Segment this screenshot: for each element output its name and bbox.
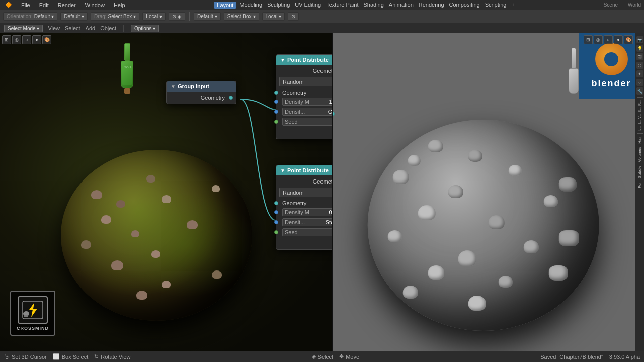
set-3d-cursor-label: Set 3D Cursor: [12, 354, 47, 360]
blender-menu[interactable]: 🔶: [3, 2, 14, 8]
node-2-densit-value: Stones: [326, 219, 332, 225]
orientation-selector[interactable]: Orientation: Default ▾: [3, 12, 57, 21]
default-selector[interactable]: Default ▾: [60, 12, 88, 21]
workspace-shading[interactable]: Shading: [361, 2, 385, 9]
tool-modifier[interactable]: 🔧: [636, 87, 643, 95]
chevron-icon-7: ▾: [279, 14, 281, 19]
help-menu[interactable]: Help: [112, 2, 127, 8]
node-1-densit-field[interactable]: Densit... Grass: [282, 108, 332, 116]
workspace-scripting[interactable]: Scripting: [483, 2, 509, 9]
workspace-compositing[interactable]: Compositing: [447, 2, 482, 9]
node-1-density-field[interactable]: Density M 1.700: [282, 98, 332, 106]
chevron-icon-5: ▾: [215, 14, 217, 19]
skull-sphere-left: [61, 150, 252, 321]
drag-value: Select Box: [108, 14, 132, 19]
point-distribute-node-1[interactable]: ▼ Point Distribute Geometry Random ▾ Geo…: [276, 54, 332, 139]
viewport-ctrl-overlay[interactable]: ◎: [594, 35, 603, 44]
node-2-density-field[interactable]: Density M 0.300: [282, 208, 332, 216]
viewport-ctrl-left-shading[interactable]: ○: [22, 35, 31, 44]
point-distribute-node-2[interactable]: ▼ Point Distribute Geometry Random ▾ Geo…: [276, 165, 332, 250]
saved-label: Saved "Chapter7B.blend": [540, 354, 603, 360]
viewport-ctrl-shading[interactable]: ○: [604, 35, 613, 44]
drag-selector-2[interactable]: Select Box ▾: [224, 12, 259, 21]
node-1-density-socket: [274, 100, 278, 104]
tool-particle[interactable]: ✦: [636, 70, 643, 77]
viewport-ctrl-left-rendered[interactable]: 🎨: [42, 35, 51, 44]
node-1-seed-field[interactable]: Seed 0: [282, 118, 332, 126]
snap-tools[interactable]: ⊙ ◈: [169, 12, 185, 21]
view-menu[interactable]: View: [48, 25, 60, 31]
node-2-geometry-input: Geometry: [276, 199, 332, 207]
snap-tools-2[interactable]: ⊙: [288, 12, 299, 21]
viewport-ctrl-left-material[interactable]: ●: [32, 35, 41, 44]
node-1-densit-label: Densit...: [285, 109, 305, 115]
node-1-arrow: ▼: [280, 57, 285, 63]
prop-i[interactable]: I...: [638, 120, 641, 124]
workspace-rendering[interactable]: Rendering: [417, 2, 446, 9]
move-label: Move: [346, 354, 359, 360]
node-2-body: Geometry Random ▾ Geometry Density M: [276, 175, 332, 249]
node-1-seed-label: Seed: [285, 119, 298, 125]
node-2-densit-field[interactable]: Densit... Stones: [282, 218, 332, 226]
node-2-geometry-label: Geometry: [280, 200, 332, 206]
node-1-title: Point Distribute: [287, 57, 332, 63]
orientation-selector-2[interactable]: Default ▾: [194, 12, 221, 21]
node-1-spacer: [276, 127, 332, 137]
blender-logo-icon: [595, 43, 628, 75]
workspace-add[interactable]: +: [509, 2, 516, 9]
mouse-icon: 🖱: [4, 354, 10, 360]
workspace-texture[interactable]: Texture Paint: [324, 2, 360, 9]
workspace-modeling[interactable]: Modeling: [237, 2, 264, 9]
node-2-mode-select[interactable]: Random ▾: [279, 188, 332, 197]
options-dropdown[interactable]: Options ▾: [131, 25, 159, 32]
edit-menu[interactable]: Edit: [37, 2, 51, 8]
node-1-mode-select[interactable]: Random ▾: [279, 77, 332, 86]
point-distribute-2-header: ▼ Point Distribute: [276, 165, 332, 175]
prop-s[interactable]: S...: [638, 107, 641, 113]
viewport-ctrl-grid[interactable]: ⊞: [584, 35, 593, 44]
node-2-seed-field[interactable]: Seed 0: [282, 228, 332, 236]
node-2-output-label: Geometry: [313, 178, 332, 185]
default-value: Default: [64, 14, 80, 19]
workspace-sculpting[interactable]: Sculpting: [265, 2, 292, 9]
local-selector[interactable]: Local ▾: [142, 12, 166, 21]
viewport-ctrl-material[interactable]: ●: [614, 35, 623, 44]
prop-l[interactable]: L...: [638, 126, 641, 131]
workspace-uv[interactable]: UV Editing: [293, 2, 323, 9]
prop-fur[interactable]: Fur: [637, 182, 642, 188]
viewport-ctrl-rendered[interactable]: 🎨: [624, 35, 633, 44]
object-menu[interactable]: Object: [100, 25, 116, 31]
tool-render[interactable]: 🎬: [636, 53, 643, 60]
select-menu[interactable]: Select: [65, 25, 80, 31]
group-input-geometry-socket: [229, 96, 233, 100]
viewport-ctrl-left-overlay[interactable]: ◎: [12, 35, 21, 44]
scene-label: Scene: [604, 2, 618, 8]
tool-camera[interactable]: 📷: [636, 36, 643, 43]
prop-subdiv[interactable]: Subdiv: [637, 166, 642, 178]
tool-light[interactable]: 💡: [636, 45, 643, 52]
node-2-densit-socket: [274, 220, 278, 224]
viewport-ctrl-left-grid[interactable]: ⊞: [2, 35, 11, 44]
file-menu[interactable]: File: [19, 2, 32, 8]
select-mode-dropdown[interactable]: Select Mode ▾: [4, 25, 43, 32]
prop-v[interactable]: V...: [638, 114, 641, 119]
workspace-layout[interactable]: Layout: [214, 2, 236, 9]
render-menu[interactable]: Render: [56, 2, 78, 8]
window-menu[interactable]: Window: [83, 2, 107, 8]
right-viewport[interactable]: blender Scene: [332, 33, 644, 351]
prop-hair[interactable]: Hair: [637, 136, 642, 144]
left-viewport[interactable]: SOUL: [0, 33, 332, 351]
saved-status: Saved "Chapter7B.blend": [540, 354, 603, 360]
drag-selector[interactable]: Drag: Select Box ▾: [91, 12, 139, 21]
skull-sphere-right: [368, 120, 599, 331]
prop-r[interactable]: R...: [638, 100, 641, 106]
local-selector-2[interactable]: Local ▾: [262, 12, 285, 21]
prop-volumes[interactable]: Volumes: [637, 147, 642, 162]
group-input-node[interactable]: ▼ Group Input Geometry: [166, 81, 236, 104]
workspace-animation[interactable]: Animation: [387, 2, 416, 9]
tool-material[interactable]: ⬡: [636, 62, 643, 69]
add-menu[interactable]: Add: [86, 25, 96, 31]
node-1-mode-label: Random: [283, 79, 304, 85]
node-1-geometry-input: Geometry: [276, 88, 332, 97]
tool-object[interactable]: ○: [636, 79, 643, 86]
